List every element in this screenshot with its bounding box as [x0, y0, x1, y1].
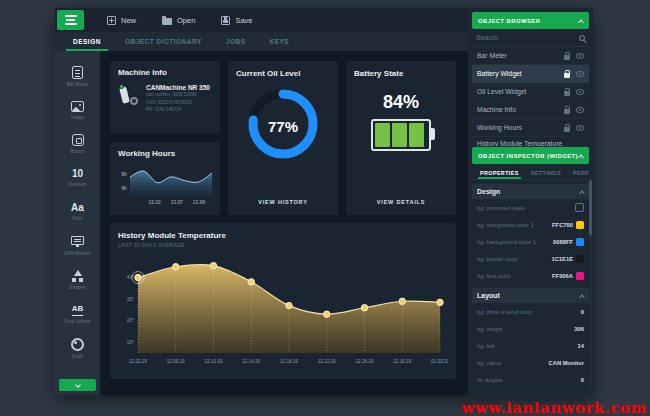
open-folder-icon — [162, 18, 172, 25]
eye-icon[interactable] — [576, 125, 584, 131]
sidebar-item-can-monitor[interactable]: CAN Monitor — [55, 229, 100, 263]
browser-item-machine-info[interactable]: Machine Info — [472, 101, 589, 119]
battery-cell — [375, 123, 390, 147]
tab-jobs[interactable]: JOBS — [214, 32, 258, 51]
property-row: nr: rounded 0 — [472, 388, 589, 395]
lock-icon[interactable] — [564, 55, 570, 60]
machine-line: PN: 3141 145714 — [146, 106, 210, 114]
svg-text:10°: 10° — [127, 340, 134, 345]
color-swatch[interactable] — [576, 221, 584, 229]
tab-object-dictionary[interactable]: OBJECT DICTIONARY — [113, 32, 214, 51]
svg-text:30°: 30° — [127, 297, 134, 302]
eye-icon[interactable] — [576, 107, 584, 113]
svg-text:40°: 40° — [127, 275, 134, 280]
working-hours-chart: 8h6h12.1012.0712.08 — [118, 158, 214, 206]
oil-level-widget[interactable]: Current Oil Level 77% VIEW HISTORY — [228, 61, 338, 215]
property-row: bg: background color 1 0088FF — [472, 233, 589, 250]
property-value[interactable]: CAN Monitor — [549, 360, 584, 366]
property-value[interactable]: 0 — [581, 309, 584, 315]
svg-text:12.18.19: 12.18.19 — [280, 359, 298, 364]
tab-performance[interactable]: PERFORMANCE — [567, 166, 589, 179]
browser-item-battery-widget[interactable]: Battery Widget — [472, 65, 589, 83]
color-swatch[interactable] — [576, 238, 584, 246]
watermark: www.lanlanwork.com — [461, 399, 647, 416]
oil-level-value: 77% — [245, 86, 321, 166]
lock-icon[interactable] — [564, 73, 570, 78]
lock-icon[interactable] — [564, 91, 570, 96]
property-row: bg: font color FF006A — [472, 267, 589, 284]
main-area: New Open Save DESIGN OBJECT DICTIONARY J… — [55, 8, 468, 395]
property-value[interactable]: 0 — [581, 394, 584, 396]
browser-item-bar-meter[interactable]: Bar Meter — [472, 47, 589, 65]
temperature-history-widget[interactable]: History Module Temperature LAST 30 DAYS … — [110, 223, 456, 379]
sidebar-item-knob[interactable]: Knob — [55, 331, 100, 365]
design-section-header[interactable]: Design — [472, 184, 589, 199]
object-browser-header[interactable]: OBJECT BROWSER — [472, 12, 589, 29]
tab-settings[interactable]: SETTINGS — [525, 166, 567, 179]
machine-info-title: Machine Info — [118, 68, 212, 77]
view-history-link[interactable]: VIEW HISTORY — [258, 199, 307, 207]
search-input[interactable] — [476, 34, 571, 41]
battery-value: 84% — [383, 92, 419, 113]
svg-text:12.10.19: 12.10.19 — [205, 359, 223, 364]
sidebar-item-font[interactable]: Aa Font — [55, 195, 100, 229]
working-hours-widget[interactable]: Working Hours 8h6h12.1012.0712.08 — [110, 142, 220, 215]
tab-design[interactable]: DESIGN — [61, 32, 113, 51]
sidebar-expand-button[interactable] — [59, 379, 96, 391]
inspector-tabs: PROPERTIES SETTINGS PERFORMANCE — [472, 164, 589, 180]
open-button[interactable]: Open — [149, 10, 208, 30]
bar-meter-icon — [72, 66, 83, 79]
property-row: nr: angles 0 — [472, 371, 589, 388]
browser-item-working-hours[interactable]: Working Hours — [472, 119, 589, 137]
app-logo-menu-icon[interactable] — [57, 10, 84, 30]
view-details-link[interactable]: VIEW DETAILS — [377, 199, 425, 207]
eye-icon[interactable] — [576, 53, 584, 59]
sidebar-item-shapes[interactable]: Shapes — [55, 263, 100, 297]
object-search — [472, 29, 589, 47]
property-value[interactable]: 306 — [574, 326, 584, 332]
scrollbar-thumb[interactable] — [589, 180, 592, 235]
browser-item-history-module-temperature[interactable]: History Module Temperature — [472, 137, 589, 147]
battery-cell — [409, 123, 424, 147]
save-floppy-icon — [221, 16, 230, 25]
new-button-label: New — [121, 16, 136, 25]
lock-icon[interactable] — [564, 127, 570, 132]
sidebar-item-numeric[interactable]: 10 Numeric — [55, 161, 100, 195]
save-button[interactable]: Save — [208, 10, 265, 30]
svg-text:12.08: 12.08 — [193, 200, 205, 205]
image-icon — [71, 101, 84, 112]
eye-icon[interactable] — [576, 89, 584, 95]
tab-properties[interactable]: PROPERTIES — [474, 166, 525, 179]
color-swatch[interactable] — [576, 272, 584, 280]
chevron-up-icon — [578, 154, 584, 160]
battery-state-widget[interactable]: Battery State 84% VIEW DETAILS — [346, 61, 456, 215]
svg-text:20°: 20° — [127, 318, 134, 323]
object-inspector-header[interactable]: OBJECT INSPECTOR (WIDGET) — [472, 147, 589, 164]
oil-level-title: Current Oil Level — [236, 69, 300, 78]
tab-keys[interactable]: KEYS — [258, 32, 302, 51]
layout-section-header[interactable]: Layout — [472, 288, 589, 303]
svg-text:12.30.19: 12.30.19 — [393, 359, 411, 364]
lock-icon[interactable] — [564, 109, 570, 114]
checkbox[interactable] — [575, 203, 584, 212]
chevron-up-icon — [579, 190, 585, 196]
scrollbar-track[interactable] — [589, 180, 592, 390]
property-value[interactable]: 0 — [581, 377, 584, 383]
property-row: bg: height 306 — [472, 320, 589, 337]
sidebar-item-font-switch[interactable]: AB Font Switch — [55, 297, 100, 331]
design-canvas[interactable]: Machine Info CANMachine NR 350 part numb… — [100, 51, 468, 395]
sidebar-item-bar-meter[interactable]: Bar Meter — [55, 59, 100, 93]
browser-item-oil-level-widget[interactable]: Oil Level Widget — [472, 83, 589, 101]
eye-icon[interactable] — [576, 71, 584, 77]
machine-info-widget[interactable]: Machine Info CANMachine NR 350 part numb… — [110, 61, 220, 134]
sidebar-item-image[interactable]: Image — [55, 93, 100, 127]
color-swatch[interactable] — [576, 255, 584, 263]
svg-text:01.03.20: 01.03.20 — [431, 359, 448, 364]
status-dot — [119, 84, 124, 89]
new-button[interactable]: New — [94, 10, 149, 30]
machine-line: CAN: 32157A 5870023 — [146, 99, 210, 107]
sidebar-item-button[interactable]: Button — [55, 127, 100, 161]
can-monitor-icon — [71, 236, 84, 245]
open-button-label: Open — [177, 16, 195, 25]
property-value[interactable]: 14 — [578, 343, 584, 349]
